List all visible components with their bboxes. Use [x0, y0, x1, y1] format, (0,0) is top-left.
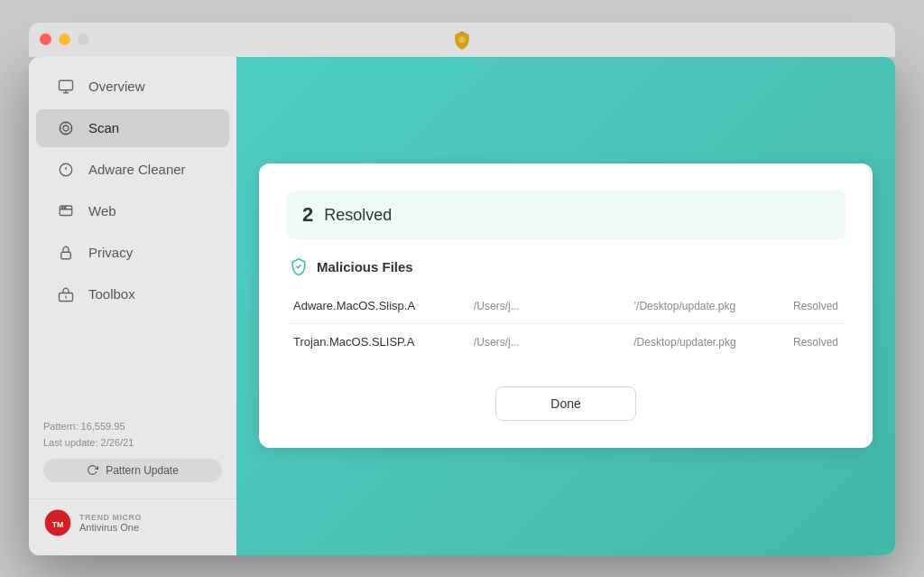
section-title-text: Malicious Files — [317, 259, 413, 275]
done-button[interactable]: Done — [495, 386, 635, 421]
window-controls — [40, 33, 89, 45]
threat-file-2: /Desktop/updater.pkg — [604, 336, 766, 349]
threat-file-1: '/Desktop/update.pkg — [604, 300, 766, 312]
svg-point-0 — [458, 36, 465, 42]
threat-name-1: Adware.MacOS.Slisp.A — [293, 299, 474, 312]
sidebar-item-adware[interactable]: Adware Cleaner — [36, 151, 229, 189]
sidebar-item-scan[interactable]: Scan — [36, 109, 229, 147]
adware-icon — [56, 160, 76, 180]
resolved-label: Resolved — [324, 206, 392, 225]
main-content: 2 Resolved Malicious Files Adware.MacOS.… — [236, 57, 895, 555]
app-window: Overview Scan — [29, 57, 895, 555]
sidebar-item-web[interactable]: Web — [36, 192, 229, 230]
table-row: Adware.MacOS.Slisp.A /Users/j... '/Deskt… — [286, 288, 845, 324]
svg-point-5 — [63, 126, 69, 131]
result-card: 2 Resolved Malicious Files Adware.MacOS.… — [259, 163, 873, 448]
sidebar: Overview Scan — [29, 57, 236, 555]
privacy-icon — [56, 243, 76, 263]
shield-check-icon — [290, 257, 308, 275]
web-icon — [56, 201, 76, 221]
threat-name-2: Trojan.MacOS.SLISP.A — [293, 335, 474, 349]
sidebar-label-privacy: Privacy — [88, 245, 133, 260]
minimize-button[interactable] — [59, 33, 70, 45]
threat-path-2: /Users/j... — [474, 336, 604, 349]
svg-point-15 — [62, 207, 64, 209]
threat-status-2: Resolved — [766, 336, 838, 349]
card-footer: Done — [286, 386, 845, 421]
threat-path-1: /Users/j... — [474, 300, 604, 312]
toolbox-icon — [56, 284, 76, 304]
sidebar-footer: Pattern: 16,559.95 Last update: 2/26/21 … — [29, 408, 236, 492]
pattern-update-button[interactable]: Pattern Update — [43, 459, 222, 482]
pattern-version: Pattern: 16,559.95 Last update: 2/26/21 — [43, 419, 222, 451]
app-logo-icon — [452, 30, 472, 54]
sidebar-label-web: Web — [88, 203, 116, 219]
monitor-icon — [56, 77, 76, 97]
sidebar-item-toolbox[interactable]: Toolbox — [36, 275, 229, 313]
svg-rect-17 — [61, 252, 71, 259]
close-button[interactable] — [40, 33, 51, 45]
maximize-button[interactable] — [78, 33, 89, 45]
svg-point-16 — [65, 207, 67, 209]
table-row: Trojan.MacOS.SLISP.A /Users/j... /Deskto… — [286, 324, 845, 359]
sidebar-item-overview[interactable]: Overview — [36, 68, 229, 106]
title-bar — [29, 23, 895, 57]
svg-text:TM: TM — [52, 519, 64, 528]
threat-status-1: Resolved — [766, 300, 838, 312]
section-title: Malicious Files — [286, 257, 845, 275]
threat-list: Adware.MacOS.Slisp.A /Users/j... '/Deskt… — [286, 288, 845, 359]
sidebar-label-toolbox: Toolbox — [88, 286, 135, 302]
sidebar-label-adware: Adware Cleaner — [88, 162, 186, 177]
resolved-count: 2 — [302, 203, 313, 227]
svg-point-4 — [60, 122, 72, 135]
scan-icon — [56, 118, 76, 138]
refresh-icon — [87, 464, 98, 476]
svg-rect-1 — [60, 80, 73, 90]
brand-section: TM TREND MICRO Antivirus One — [29, 498, 236, 546]
card-header: 2 Resolved — [286, 191, 845, 239]
sidebar-item-privacy[interactable]: Privacy — [36, 234, 229, 272]
sidebar-label-overview: Overview — [88, 79, 145, 94]
trend-micro-logo: TM — [43, 508, 72, 537]
sidebar-label-scan: Scan — [88, 120, 119, 135]
